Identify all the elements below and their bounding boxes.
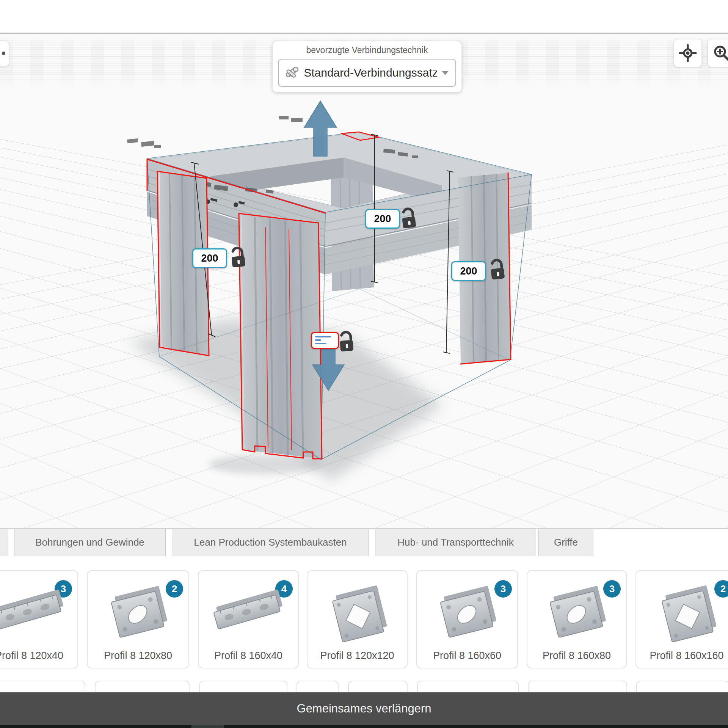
profile-thumbnail [93,579,184,644]
unlock-icon[interactable] [227,245,248,269]
product-card-top[interactable] [297,681,339,692]
top-strip [0,0,728,33]
product-card-top[interactable] [417,681,519,692]
product-card[interactable]: 3 [0,570,78,668]
product-card[interactable]: 4 [198,570,299,668]
tab-griffe[interactable]: Griffe [538,529,593,556]
unlock-icon[interactable] [336,329,356,352]
popup-text-line [315,339,321,341]
crosshair-target-icon [679,44,697,62]
product-name: Profil 8 160x160 [636,650,728,662]
tab-partial[interactable] [0,529,8,556]
zoom-in-icon [712,44,728,62]
product-card[interactable]: 3 [416,570,518,668]
tab-bohrungen-und-gewinde[interactable]: Bohrungen und Gewinde [14,529,166,556]
product-name: Profil 8 120x80 [88,650,188,662]
bottom-strip-segment [191,725,224,728]
connector-panel-label: bevorzugte Verbindungstechnik [273,45,461,55]
product-card-top[interactable] [528,681,627,692]
center-view-button[interactable] [674,39,702,67]
product-card[interactable]: 3 [527,570,627,668]
unlock-icon[interactable] [486,257,508,281]
cad-configurator: bevorzugte Verbindungstechnik Standard-V… [0,0,728,728]
bottom-strip [0,725,728,728]
common-extend-label: Gemeinsames verlängern [297,702,431,715]
unlock-icon[interactable] [398,206,419,230]
product-name: Profil 8 160x60 [417,650,517,662]
product-card[interactable]: 2 [87,570,189,668]
popup-text-line [315,343,326,344]
product-name: Profil 8 160x80 [527,650,626,662]
product-card-top[interactable] [348,681,408,692]
product-name: Profil 8 160x40 [199,650,298,662]
height-edit-popup[interactable] [311,332,339,349]
chevron-down-icon [442,71,449,75]
connector-panel: bevorzugte Verbindungstechnik Standard-V… [272,41,462,93]
profile-thumbnail [203,579,294,644]
product-name: Profil 8 120x120 [308,650,407,662]
tab-hub-und-transporttechnik[interactable]: Hub- und Transporttechnik [375,529,536,556]
viewport-top-border [0,33,728,34]
product-card-top[interactable] [199,681,287,692]
tab-lean-production-systembaukasten[interactable]: Lean Production Systembaukasten [172,529,369,556]
dimension-input-left[interactable]: 200 [192,248,227,268]
product-name: Profil 8 120x40 [0,650,77,662]
common-extend-bar[interactable]: Gemeinsames verlängern [0,692,728,725]
chevron-left-icon [2,52,5,55]
profile-thumbnail [422,579,513,644]
connector-select[interactable]: Standard-Verbindungssatz [278,59,456,87]
profile-thumbnail [641,579,728,644]
profile-leg-front[interactable] [239,213,322,459]
dimension-input-right[interactable]: 200 [451,261,486,281]
connector-set-icon [283,64,300,81]
popup-text-line [315,336,331,337]
product-card[interactable]: Profil 8 120x120 [307,570,408,668]
product-card-top[interactable] [0,681,85,692]
profile-thumbnail [312,579,403,644]
collapse-panel-button[interactable] [0,41,9,66]
profile-thumbnail [531,579,622,644]
connector-select-value: Standard-Verbindungssatz [300,66,442,79]
profile-thumbnail [0,579,75,644]
product-card[interactable]: 2 [635,570,728,668]
product-card-top[interactable] [636,681,728,692]
product-card-top[interactable] [95,681,190,692]
zoom-in-button[interactable] [708,39,728,67]
dimension-input-top[interactable]: 200 [365,209,400,229]
